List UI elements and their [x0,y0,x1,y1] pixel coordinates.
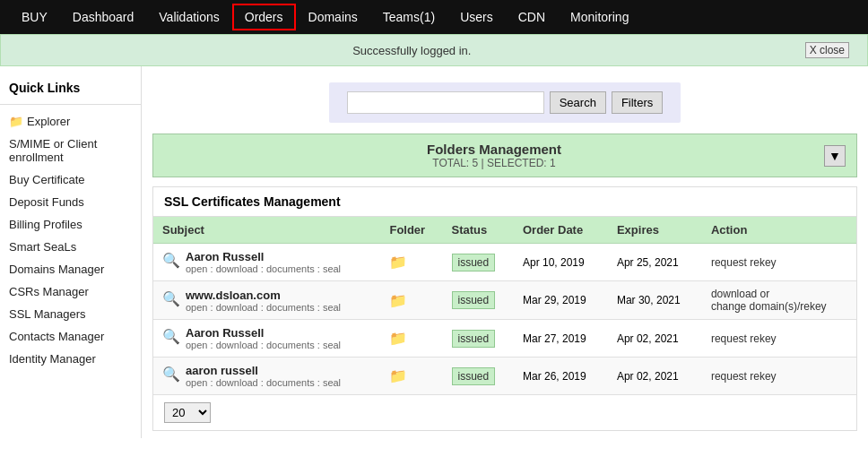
nav-buy[interactable]: BUY [9,3,60,31]
col-folder: Folder [380,217,442,244]
sidebar-item-billing-profiles[interactable]: Billing Profiles [0,213,141,236]
pagination-bar: 20 50 100 [153,395,856,430]
cell-status: issued [443,358,514,395]
per-page-select[interactable]: 20 50 100 [164,402,211,423]
action-link[interactable]: request rekey [711,256,777,269]
cell-expires: Mar 30, 2021 [608,281,702,320]
status-badge: issued [452,367,496,385]
banner-message: Successfully logged in. [352,44,471,57]
search-button[interactable]: Search [550,91,606,114]
cell-folder: 📁 [380,244,442,281]
action-link-secondary[interactable]: change domain(s)/rekey [711,300,827,313]
subject-name: Aaron Russell [186,326,341,340]
cell-order-date: Mar 27, 2019 [514,320,608,358]
folder-icon: 📁 [389,254,407,270]
nav-orders[interactable]: Orders [232,4,296,30]
subject-links: open : download : documents : seal [186,377,341,388]
cell-subject: 🔍 Aaron Russell open : download : docume… [153,244,380,281]
subject-links: open : download : documents : seal [186,302,341,313]
sidebar-item-deposit-funds[interactable]: Deposit Funds [0,191,141,213]
search-icon: 🔍 [162,328,180,345]
cell-folder: 📁 [380,320,442,358]
cell-action: download orchange domain(s)/rekey [702,281,856,320]
folders-title: Folders Management [164,142,824,157]
cell-action: request rekey [702,244,856,281]
sidebar-item-contacts-manager[interactable]: Contacts Manager [0,325,141,348]
folders-header: Folders Management TOTAL: 5 | SELECTED: … [152,134,857,177]
table-header-row: Subject Folder Status Order Date Expires… [153,217,856,244]
filters-button[interactable]: Filters [612,91,663,114]
col-action: Action [702,217,856,244]
folder-icon: 📁 [389,293,407,308]
cell-expires: Apr 02, 2021 [608,320,702,358]
table-row: 🔍 Aaron Russell open : download : docume… [153,244,856,281]
col-order-date: Order Date [514,217,608,244]
subject-links: open : download : documents : seal [186,263,341,274]
search-bar-inner: Search Filters [329,82,681,123]
search-icon: 🔍 [162,366,180,383]
folders-meta: TOTAL: 5 | SELECTED: 1 [164,157,824,169]
subject-name: aaron russell [186,364,341,377]
folders-expand-button[interactable]: ▼ [824,145,846,167]
sidebar-item-identity-manager[interactable]: Identity Manager [0,348,141,370]
top-navigation: BUY Dashboard Validations Orders Domains… [0,0,868,34]
nav-validations[interactable]: Validations [146,3,231,31]
ssl-section-title: SSL Certificates Management [153,187,856,217]
action-link[interactable]: request rekey [711,370,777,383]
cell-expires: Apr 25, 2021 [608,244,702,281]
status-badge: issued [452,330,496,348]
sidebar-item-buy-certificate[interactable]: Buy Certificate [0,168,141,191]
ssl-section: SSL Certificates Management Subject Fold… [152,186,857,431]
sidebar-item-smart-seals[interactable]: Smart SeaLs [0,236,141,258]
success-banner: Successfully logged in. X close [0,34,868,66]
nav-domains[interactable]: Domains [296,3,370,31]
folder-icon: 📁 [389,331,407,346]
nav-cdn[interactable]: CDN [506,3,558,31]
sidebar: Quick Links 📁Explorer S/MIME or Client e… [0,66,142,438]
cell-subject: 🔍 Aaron Russell open : download : docume… [153,320,380,358]
subject-links: open : download : documents : seal [186,340,341,350]
action-link[interactable]: download or [711,288,769,300]
folder-icon: 📁 [9,115,23,128]
col-expires: Expires [608,217,702,244]
cell-status: issued [443,281,514,320]
quick-links-title: Quick Links [0,75,141,105]
table-row: 🔍 www.dsloan.com open : download : docum… [153,281,856,320]
cell-expires: Apr 02, 2021 [608,358,702,395]
action-link[interactable]: request rekey [711,332,777,345]
status-badge: issued [452,254,496,271]
nav-dashboard[interactable]: Dashboard [60,3,147,31]
cell-order-date: Mar 26, 2019 [514,358,608,395]
folder-icon: 📁 [389,368,407,384]
sidebar-item-csrs-manager[interactable]: CSRs Manager [0,280,141,303]
subject-name: Aaron Russell [186,250,341,263]
nav-monitoring[interactable]: Monitoring [558,3,641,31]
sidebar-item-smime[interactable]: S/MIME or Client enrollment [0,133,141,168]
main-content: Search Filters Folders Management TOTAL:… [142,66,868,438]
cell-status: issued [443,244,514,281]
nav-teams[interactable]: Teams(1) [370,3,447,31]
cell-subject: 🔍 aaron russell open : download : docume… [153,358,380,395]
cell-folder: 📁 [380,281,442,320]
status-badge: issued [452,291,496,309]
cell-status: issued [443,320,514,358]
search-bar-container: Search Filters [152,73,857,134]
sidebar-item-explorer[interactable]: 📁Explorer [0,110,141,133]
subject-name: www.dsloan.com [186,289,341,302]
cell-order-date: Apr 10, 2019 [514,244,608,281]
search-icon: 🔍 [162,290,180,307]
sidebar-item-ssl-managers[interactable]: SSL Managers [0,303,141,325]
ssl-table: Subject Folder Status Order Date Expires… [153,217,856,395]
banner-close[interactable]: X close [805,42,849,58]
table-row: 🔍 aaron russell open : download : docume… [153,358,856,395]
sidebar-item-domains-manager[interactable]: Domains Manager [0,258,141,280]
cell-action: request rekey [702,358,856,395]
folder-info: Folders Management TOTAL: 5 | SELECTED: … [164,142,824,169]
search-icon: 🔍 [162,252,180,269]
cell-order-date: Mar 29, 2019 [514,281,608,320]
col-subject: Subject [153,217,380,244]
nav-users[interactable]: Users [447,3,506,31]
cell-folder: 📁 [380,358,442,395]
search-input[interactable] [347,91,544,114]
col-status: Status [443,217,514,244]
